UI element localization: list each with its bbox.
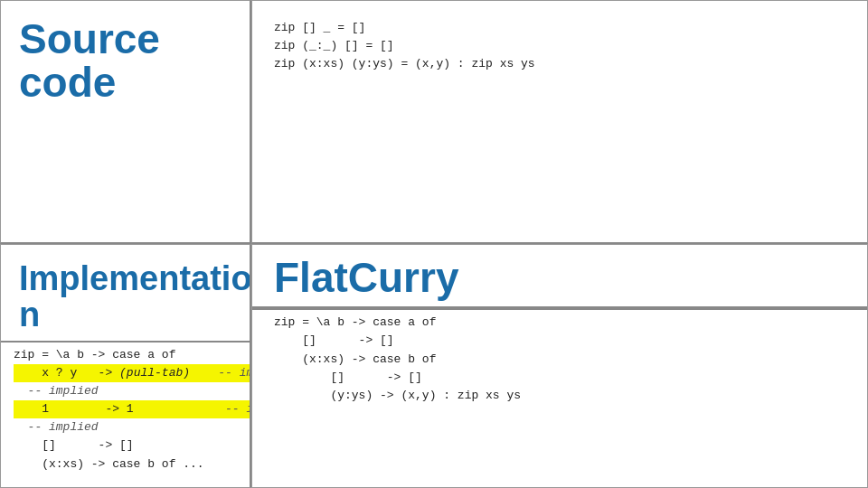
implementation-cell: Implementatio n zip = \a b -> case a of … — [0, 244, 251, 488]
flatcurry-code: zip = \a b -> case a of [] -> [] (x:xs) … — [274, 314, 845, 405]
flatcurry-code-wrapper: zip = \a b -> case a of [] -> [] (x:xs) … — [252, 308, 867, 414]
source-label: Source code — [19, 17, 160, 105]
highlight-line-2: 1 -> 1 -- implied — [14, 400, 251, 418]
implementation-code: zip = \a b -> case a of x ? y -> (pull-t… — [14, 346, 251, 474]
source-label-cell: Source code — [0, 0, 251, 244]
flatcurry-label: FlatCurry — [252, 245, 480, 306]
implementation-label: Implementatio n — [1, 245, 251, 341]
source-code-cell: zip [] _ = [] zip (_:_) [] = [] zip (x:x… — [251, 0, 868, 244]
flatcurry-cell: FlatCurry zip = \a b -> case a of [] -> … — [251, 244, 868, 488]
highlight-line-1: x ? y -> (pull-tab) -- implied — [14, 364, 251, 382]
source-code-block: zip [] _ = [] zip (_:_) [] = [] zip (x:x… — [274, 19, 535, 73]
implementation-code-wrapper: zip = \a b -> case a of x ? y -> (pull-t… — [1, 343, 251, 483]
